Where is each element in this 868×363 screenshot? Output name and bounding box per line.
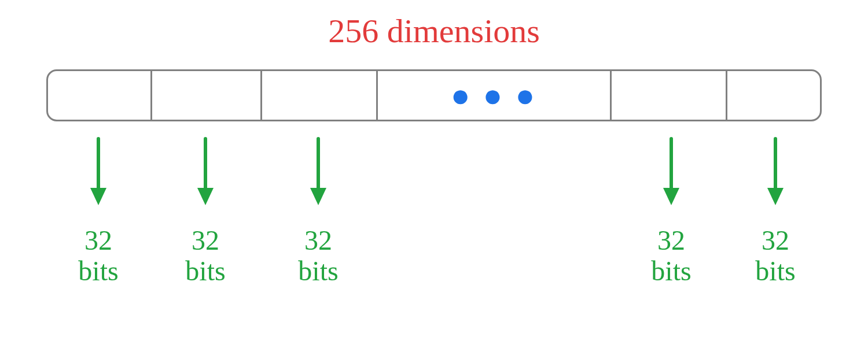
bits-label: 32bits bbox=[298, 225, 338, 287]
ellipsis-dots: ● ● ● bbox=[451, 77, 537, 114]
arrow-col: 32bits bbox=[735, 133, 816, 287]
svg-marker-3 bbox=[197, 188, 214, 205]
vector-box: ● ● ● bbox=[46, 69, 822, 121]
arrow-col: 32bits bbox=[631, 133, 712, 287]
vector-cell bbox=[152, 71, 262, 120]
arrow-col: 32bits bbox=[165, 133, 246, 287]
bits-label: 32bits bbox=[755, 225, 795, 287]
arrow-down-icon bbox=[307, 133, 330, 208]
bits-label: 32bits bbox=[78, 225, 118, 287]
vector-cell bbox=[727, 71, 820, 120]
arrow-down-icon bbox=[194, 133, 217, 208]
arrow-down-icon bbox=[660, 133, 683, 208]
svg-marker-7 bbox=[663, 188, 679, 205]
svg-marker-5 bbox=[310, 188, 326, 205]
arrow-down-icon bbox=[764, 133, 787, 208]
ellipsis-cell: ● ● ● bbox=[378, 71, 612, 120]
bits-label: 32bits bbox=[185, 225, 225, 287]
arrow-down-icon bbox=[87, 133, 110, 208]
svg-marker-9 bbox=[767, 188, 784, 205]
vector-cell bbox=[612, 71, 727, 120]
svg-marker-1 bbox=[90, 188, 106, 205]
arrow-col: 32bits bbox=[278, 133, 359, 287]
diagram-title: 256 dimensions bbox=[0, 12, 868, 50]
arrow-col: 32bits bbox=[58, 133, 139, 287]
bits-label: 32bits bbox=[651, 225, 691, 287]
vector-cell bbox=[262, 71, 378, 120]
vector-cell bbox=[48, 71, 152, 120]
